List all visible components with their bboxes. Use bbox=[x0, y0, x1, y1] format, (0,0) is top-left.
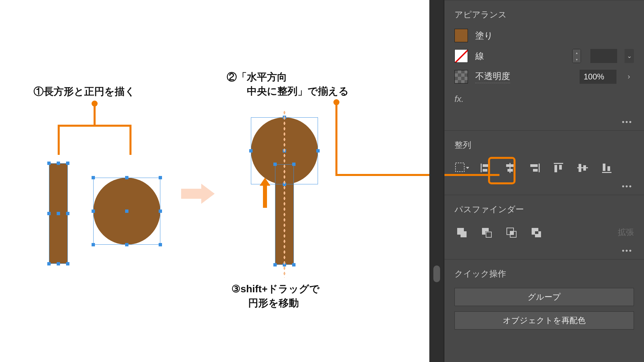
align-to-dropdown[interactable] bbox=[454, 161, 469, 175]
svg-rect-12 bbox=[559, 165, 562, 170]
stroke-row: 線 ▴▾ ⌄ bbox=[454, 49, 634, 63]
fill-swatch[interactable] bbox=[454, 29, 468, 42]
opacity-label[interactable]: 不透明度 bbox=[475, 70, 510, 83]
appearance-more-icon[interactable]: ••• bbox=[622, 118, 633, 126]
stroke-width-field[interactable] bbox=[590, 49, 617, 63]
svg-rect-0 bbox=[455, 163, 464, 172]
step3-line2: 円形を移動 bbox=[248, 296, 299, 310]
properties-panel: アピアランス 塗り 線 ▴▾ ⌄ 不透明度 100% › fx. bbox=[429, 0, 644, 362]
center-guide bbox=[283, 110, 286, 278]
step2-connector-dot bbox=[333, 99, 339, 105]
arrow-up-icon bbox=[258, 178, 272, 208]
svg-rect-14 bbox=[579, 164, 581, 172]
scrollbar-thumb[interactable] bbox=[433, 265, 440, 282]
svg-rect-20 bbox=[461, 231, 467, 237]
align-section: 整列 bbox=[444, 130, 644, 180]
align-vertical-center-button[interactable] bbox=[575, 161, 590, 175]
pathfinder-more-icon[interactable]: ••• bbox=[622, 246, 633, 255]
pathfinder-expand-button: 拡張 bbox=[618, 227, 634, 238]
pathfinder-unite-button[interactable] bbox=[454, 225, 469, 240]
svg-rect-10 bbox=[554, 163, 563, 164]
pathfinder-minus-front-button[interactable] bbox=[479, 225, 494, 240]
bracket-dot bbox=[92, 101, 98, 107]
quick-title: クイック操作 bbox=[454, 268, 634, 279]
svg-rect-1 bbox=[481, 164, 482, 172]
panel-gutter bbox=[429, 0, 444, 362]
step3-line1: ③shift+ドラッグで bbox=[231, 282, 320, 296]
svg-rect-16 bbox=[602, 172, 611, 173]
bracket-left bbox=[58, 125, 60, 155]
opacity-swatch[interactable] bbox=[454, 70, 468, 83]
fill-label: 塗り bbox=[475, 30, 493, 42]
step2-line1: ②「水平方向 bbox=[227, 70, 287, 84]
align-bottom-button[interactable] bbox=[599, 161, 614, 175]
fill-row: 塗り bbox=[454, 29, 634, 42]
stroke-swatch-none[interactable] bbox=[454, 49, 468, 63]
bracket-stem bbox=[94, 104, 96, 125]
svg-rect-11 bbox=[554, 165, 557, 172]
opacity-row: 不透明度 100% › bbox=[454, 70, 634, 84]
step1-label: ①長方形と正円を描く bbox=[34, 85, 135, 99]
svg-rect-3 bbox=[483, 169, 487, 172]
canvas-area: ①長方形と正円を描く ②「水平方向 中央に整列」で揃える ③shif bbox=[0, 0, 429, 362]
svg-rect-17 bbox=[603, 164, 605, 171]
opacity-flyout-icon[interactable]: › bbox=[624, 70, 634, 84]
stroke-width-dropdown[interactable]: ⌄ bbox=[625, 49, 634, 63]
svg-rect-21 bbox=[486, 232, 491, 237]
appearance-section: アピアランス 塗り 線 ▴▾ ⌄ 不透明度 100% › fx. bbox=[444, 0, 644, 116]
align-title: 整列 bbox=[454, 139, 634, 150]
svg-rect-18 bbox=[607, 166, 610, 171]
pathfinder-title: パスファインダー bbox=[454, 204, 634, 215]
svg-rect-9 bbox=[533, 169, 538, 172]
stroke-width-stepper[interactable]: ▴▾ bbox=[572, 49, 581, 63]
appearance-title: アピアランス bbox=[454, 9, 634, 20]
pathfinder-exclude-button[interactable] bbox=[529, 225, 544, 240]
svg-rect-7 bbox=[539, 164, 540, 172]
align-top-button[interactable] bbox=[551, 161, 566, 175]
recolor-button[interactable]: オブジェクトを再配色 bbox=[454, 311, 634, 329]
group-button[interactable]: グループ bbox=[454, 288, 634, 306]
arrow-right-icon bbox=[181, 184, 215, 204]
connector-to-panel bbox=[335, 174, 431, 176]
svg-rect-8 bbox=[530, 164, 538, 167]
align-right-button[interactable] bbox=[527, 161, 542, 175]
opacity-value[interactable]: 100% bbox=[580, 70, 616, 84]
fx-button[interactable]: fx. bbox=[454, 94, 464, 104]
svg-rect-15 bbox=[583, 165, 586, 171]
bracket-top bbox=[58, 125, 131, 127]
svg-rect-24 bbox=[510, 231, 514, 235]
bracket-right bbox=[129, 125, 131, 155]
step2-line2: 中央に整列」で揃える bbox=[227, 84, 349, 98]
pathfinder-section: パスファインダー 拡張 bbox=[444, 195, 644, 244]
pathfinder-intersect-button[interactable] bbox=[504, 225, 519, 240]
quick-actions-section: クイック操作 グループ オブジェクトを再配色 bbox=[444, 259, 644, 340]
align-highlight bbox=[488, 157, 516, 184]
step2-connector-vert bbox=[335, 101, 337, 175]
stroke-label[interactable]: 線 bbox=[475, 50, 484, 62]
align-more-icon[interactable]: ••• bbox=[622, 182, 633, 191]
